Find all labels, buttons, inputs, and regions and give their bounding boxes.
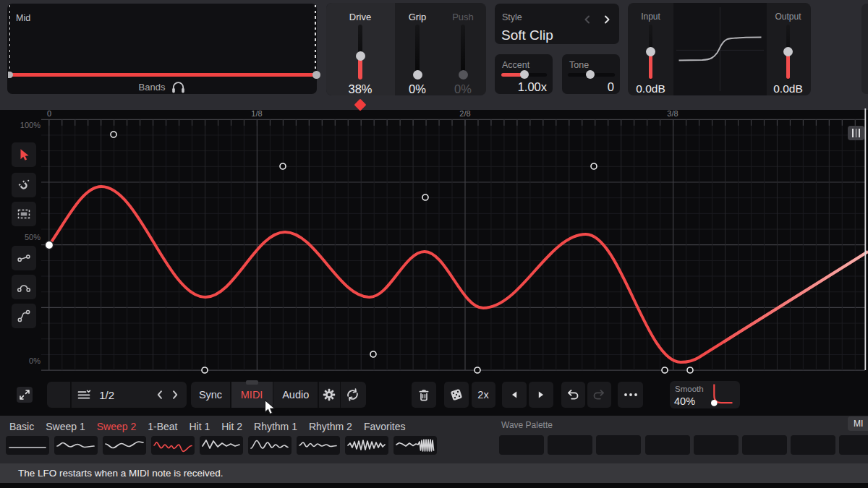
preset-tab-favorites[interactable]: Favorites <box>364 421 406 432</box>
drive-knob[interactable] <box>356 51 365 61</box>
band-level-line[interactable] <box>10 73 315 77</box>
accent-knob[interactable] <box>520 70 529 79</box>
tool-line[interactable] <box>12 246 36 270</box>
wave-thumb-gentle-2[interactable] <box>103 436 146 455</box>
redo-button[interactable] <box>587 382 611 408</box>
input-slider[interactable]: Input 0.0dB <box>628 3 673 95</box>
smooth-label: Smooth <box>675 385 704 393</box>
wave-thumb-gentle-1[interactable] <box>54 436 98 455</box>
wave-thumb-burst[interactable] <box>393 436 437 455</box>
redo-icon <box>591 388 607 402</box>
tool-marquee[interactable] <box>12 202 36 226</box>
band-display-panel[interactable]: Mid Bands <box>7 4 317 94</box>
wave-slot-button[interactable] <box>47 382 70 408</box>
tone-knob[interactable] <box>586 70 595 79</box>
loop-icon <box>345 388 360 402</box>
output-slider[interactable]: Output 0.0dB <box>765 3 811 95</box>
prev-wave-page-button[interactable] <box>154 390 166 400</box>
band-right-boundary[interactable] <box>315 5 315 72</box>
palette-slot-8[interactable] <box>839 435 868 455</box>
style-prev-icon[interactable] <box>582 14 592 25</box>
wave-node[interactable] <box>687 367 693 373</box>
wave-node[interactable] <box>202 367 208 373</box>
style-value[interactable]: Soft Clip <box>501 27 553 43</box>
preset-tab-1-beat[interactable]: 1-Beat <box>148 421 177 432</box>
transfer-curve-display <box>673 3 767 95</box>
palette-slot-4[interactable] <box>645 435 690 455</box>
midi-indicator-badge[interactable]: MI <box>848 416 868 431</box>
palette-slot-3[interactable] <box>596 435 641 455</box>
preset-tab-sweep-1[interactable]: Sweep 1 <box>46 421 85 432</box>
output-knob[interactable] <box>783 47 793 56</box>
grid-width-drag-handle[interactable] <box>848 126 864 140</box>
push-knob[interactable] <box>459 70 468 80</box>
wave-palette-label: Wave Palette <box>501 420 553 430</box>
trigger-settings-button[interactable] <box>319 382 340 408</box>
smooth-curve-icon[interactable] <box>708 382 737 408</box>
wave-node[interactable] <box>111 132 116 137</box>
wave-page-indicator: 1/2 <box>96 382 118 408</box>
wave-thumb-humps[interactable] <box>248 436 292 455</box>
wave-thumb-sweep2-current[interactable] <box>151 436 195 455</box>
next-wave-page-button[interactable] <box>169 390 181 400</box>
preset-tab-rhythm-1[interactable]: Rhythm 1 <box>254 421 297 432</box>
palette-slot-2[interactable] <box>548 435 592 455</box>
band-handle-left[interactable] <box>8 72 13 78</box>
expand-button[interactable] <box>17 387 33 403</box>
wave-node[interactable] <box>475 367 480 373</box>
preset-menu-button[interactable] <box>72 382 96 408</box>
more-options-button[interactable] <box>618 382 643 408</box>
wave-node[interactable] <box>422 194 428 200</box>
undo-icon <box>565 388 581 402</box>
wave-thumb-wiggles[interactable] <box>297 436 340 455</box>
drive-slider[interactable]: Drive 38% <box>339 3 382 95</box>
magnet-icon <box>16 177 32 193</box>
wave-thumb-zigzag[interactable] <box>345 436 388 455</box>
trigger-sync-button[interactable]: Sync <box>191 382 230 408</box>
trigger-audio-button[interactable]: Audio <box>273 382 318 408</box>
preset-tab-sweep-2[interactable]: Sweep 2 <box>97 421 136 432</box>
tool-s-curve[interactable] <box>12 304 36 328</box>
chevron-left-icon <box>156 390 164 400</box>
palette-slot-6[interactable] <box>742 435 787 455</box>
palette-slot-5[interactable] <box>694 435 739 455</box>
grip-knob[interactable] <box>413 70 422 80</box>
shift-wave-left-button[interactable] <box>502 382 527 408</box>
dice-icon <box>448 387 464 403</box>
wave-thumb-spiky[interactable] <box>200 436 243 455</box>
input-knob[interactable] <box>646 47 655 56</box>
preset-tab-rhythm-2[interactable]: Rhythm 2 <box>309 421 352 432</box>
drive-value: 38% <box>339 82 382 96</box>
tool-arc[interactable] <box>12 275 36 299</box>
preset-tab-basic[interactable]: Basic <box>9 421 34 432</box>
multiplier-button[interactable]: 2x <box>472 382 495 408</box>
accent-value: 1.00x <box>518 80 547 94</box>
delete-wave-button[interactable] <box>412 382 436 408</box>
band-handle-right[interactable] <box>312 71 320 79</box>
tool-magnet[interactable] <box>12 173 36 197</box>
bands-footer[interactable]: Bands <box>7 80 317 94</box>
grip-slider[interactable]: Grip 0% <box>396 3 439 95</box>
ruler-tick-1: 1/8 <box>242 109 271 118</box>
style-next-icon[interactable] <box>602 14 612 25</box>
palette-slot-1[interactable] <box>499 435 544 455</box>
band-left-boundary[interactable] <box>9 5 10 72</box>
shift-wave-right-button[interactable] <box>529 382 553 408</box>
tool-cursor[interactable] <box>12 142 36 167</box>
preset-tab-hit-1[interactable]: Hit 1 <box>189 421 210 432</box>
wave-node[interactable] <box>370 351 376 357</box>
wave-node[interactable] <box>662 367 668 373</box>
wave-start-node[interactable] <box>45 241 53 249</box>
wave-thumb-flat[interactable] <box>6 436 49 455</box>
randomize-button[interactable] <box>444 382 469 408</box>
palette-slot-7[interactable] <box>791 435 835 455</box>
undo-button[interactable] <box>561 382 585 408</box>
wave-node[interactable] <box>280 163 286 169</box>
wave-node[interactable] <box>591 163 597 169</box>
loop-mode-button[interactable] <box>341 382 365 408</box>
push-slider[interactable]: Push 0% <box>441 3 485 95</box>
smooth-control[interactable]: Smooth 40% <box>670 381 740 408</box>
lfo-editor-canvas[interactable] <box>0 101 868 383</box>
preset-tab-hit-2[interactable]: Hit 2 <box>221 421 242 432</box>
input-label: Input <box>628 12 673 22</box>
